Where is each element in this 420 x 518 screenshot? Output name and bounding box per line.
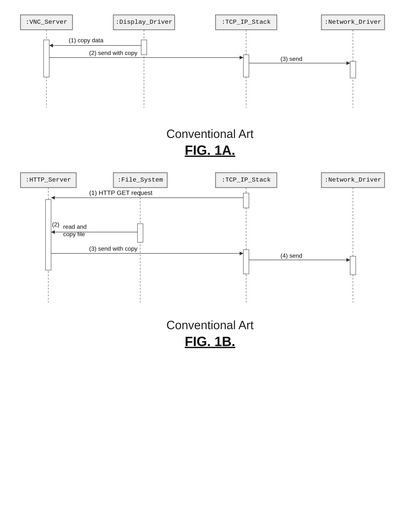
fig1a-msg2-arrow xyxy=(240,56,243,59)
fig1b-msg2b-label: read and xyxy=(63,223,87,230)
fig1b-actor4-label: :Network_Driver xyxy=(324,176,381,184)
fig1a-actor1-label: :VNC_Server xyxy=(26,19,67,26)
fig1b-section: :HTTP_Server :File_System :TCP_IP_Stack … xyxy=(15,169,405,349)
fig1a-diagram: :VNC_Server :Display_Driver :TCP_IP_Stac… xyxy=(15,11,405,123)
fig1b-actor2-label: :File_System xyxy=(118,176,163,184)
fig1b-activation3b xyxy=(243,250,249,274)
fig1a-caption: Conventional Art xyxy=(15,127,405,141)
fig1a-msg3-label: (3) send xyxy=(280,56,302,62)
fig1b-diagram: :HTTP_Server :File_System :TCP_IP_Stack … xyxy=(15,169,405,314)
fig1b-msg4-label: (4) send xyxy=(280,252,302,259)
fig1a-section: :VNC_Server :Display_Driver :TCP_IP_Stac… xyxy=(15,11,405,158)
fig1a-activation3 xyxy=(243,55,249,77)
fig1b-msg4-arrow xyxy=(346,258,350,262)
fig1a-actor4-label: :Network_Driver xyxy=(324,19,381,26)
fig1b-activation1 xyxy=(45,200,51,270)
fig1b-msg2-arrow xyxy=(51,230,55,234)
fig1a-fig-label: FIG. 1A. xyxy=(15,143,405,158)
fig1b-actor1-label: :HTTP_Server xyxy=(26,176,71,184)
fig1b-msg2c-label: copy file xyxy=(63,231,85,237)
fig1b-msg2-label: (2) xyxy=(52,221,59,228)
fig1b-msg1-arrow xyxy=(51,196,55,200)
fig1a-activation4 xyxy=(350,61,356,78)
fig1b-activation2 xyxy=(137,224,143,242)
fig1b-caption: Conventional Art xyxy=(15,318,405,332)
fig1b-msg1-label: (1) HTTP GET request xyxy=(89,189,152,196)
fig1a-activation1 xyxy=(44,40,49,77)
fig1b-actor3-label: :TCP_IP_Stack xyxy=(221,176,271,184)
fig1b-activation4 xyxy=(350,256,356,275)
fig1b-activation3a xyxy=(243,193,249,208)
fig1a-actor2-label: :Display_Driver xyxy=(116,19,172,26)
fig1b-msg3-arrow xyxy=(240,252,243,255)
fig1b-msg3-label: (3) send with copy xyxy=(89,245,137,252)
fig1b-fig-label: FIG. 1B. xyxy=(15,334,405,349)
fig1a-msg2-label: (2) send with copy xyxy=(89,50,137,56)
fig1a-activation2 xyxy=(141,40,147,55)
fig1a-msg3-arrow xyxy=(346,61,350,65)
fig1a-msg1-label: (1) copy data xyxy=(69,37,104,44)
fig1a-msg1-arrow xyxy=(49,44,53,47)
fig1a-actor3-label: :TCP_IP_Stack xyxy=(221,19,271,26)
